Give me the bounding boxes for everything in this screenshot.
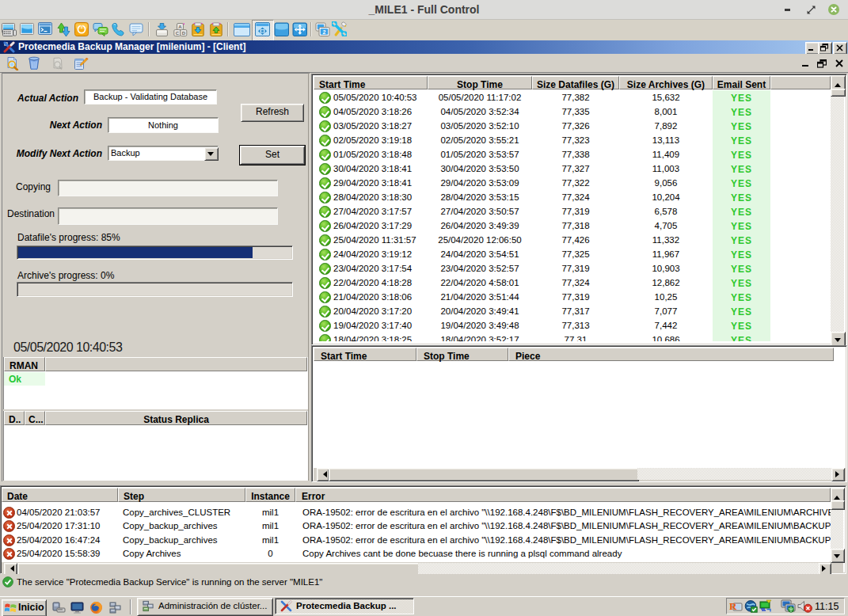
svg-text:D: D: [182, 31, 186, 36]
svg-text:R: R: [729, 600, 737, 612]
svg-text:2: 2: [323, 29, 326, 35]
svg-text:C: C: [176, 31, 180, 36]
svg-text:A: A: [178, 25, 182, 29]
